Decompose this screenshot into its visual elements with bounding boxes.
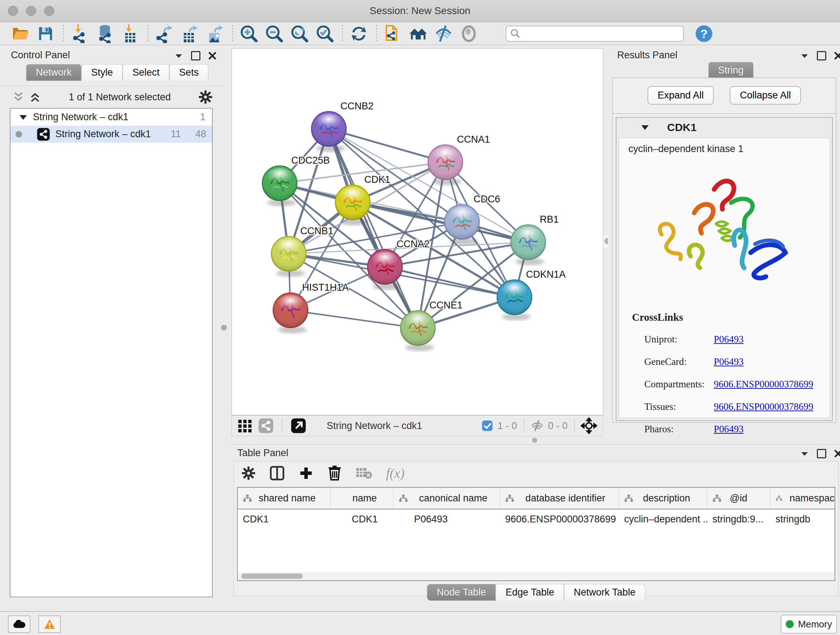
help-icon[interactable]: ? xyxy=(694,24,714,43)
maximize-window-button[interactable] xyxy=(44,6,54,16)
open-in-window-icon[interactable] xyxy=(291,418,306,434)
split-columns-icon[interactable] xyxy=(270,466,285,481)
float-panel-icon[interactable] xyxy=(817,51,826,60)
gear-icon[interactable] xyxy=(241,466,256,480)
cloud-button[interactable] xyxy=(8,616,30,633)
minimize-window-button[interactable] xyxy=(26,6,36,16)
network-graph[interactable]: CCNB2CCNA1CDC25BCDK1CDC6RB1CCNB1CCNA2CDK… xyxy=(232,49,603,415)
column-header[interactable]: shared name xyxy=(238,488,331,509)
control-panel-tabs: NetworkStyleSelectSets xyxy=(26,64,208,81)
node-table: shared name name canonical name database… xyxy=(237,487,835,581)
network-node[interactable] xyxy=(428,145,463,185)
close-panel-icon[interactable] xyxy=(208,52,216,60)
open-folder-icon[interactable] xyxy=(10,24,30,43)
collapse-card-icon[interactable] xyxy=(640,124,650,131)
import-table-icon[interactable] xyxy=(120,24,141,43)
tab-network[interactable]: Network xyxy=(26,64,81,81)
tab-sets[interactable]: Sets xyxy=(169,64,208,81)
network-node[interactable] xyxy=(368,249,402,290)
search-input[interactable] xyxy=(521,28,674,39)
panel-menu-icon[interactable] xyxy=(174,52,183,59)
warning-button[interactable] xyxy=(38,616,61,633)
network-node[interactable] xyxy=(273,293,308,333)
delete-table-icon[interactable] xyxy=(355,466,372,480)
zoom-in-icon[interactable] xyxy=(239,24,259,43)
selected-checkbox[interactable] xyxy=(482,420,493,432)
memory-button[interactable]: Memory xyxy=(781,615,837,633)
network-node[interactable] xyxy=(271,236,306,277)
compartments-link[interactable]: 9606.ENSP00000378699 xyxy=(714,379,813,390)
tab-network-table[interactable]: Network Table xyxy=(564,584,645,600)
float-panel-icon[interactable] xyxy=(817,449,826,458)
network-node[interactable] xyxy=(401,310,435,351)
close-window-button[interactable] xyxy=(8,6,18,16)
zoom-fit-icon[interactable] xyxy=(289,24,309,43)
gear-icon[interactable] xyxy=(198,90,213,104)
protein-card-header[interactable]: CDK1 xyxy=(616,118,832,137)
network-collection-row[interactable]: String Network – cdk1 1 xyxy=(11,109,212,126)
network-canvas[interactable]: CCNB2CCNA1CDC25BCDK1CDC6RB1CCNB1CCNA2CDK… xyxy=(232,48,603,415)
network-edge[interactable] xyxy=(291,310,418,328)
copy-document-icon[interactable] xyxy=(383,24,403,43)
export-network-icon[interactable] xyxy=(154,24,174,43)
network-node[interactable] xyxy=(497,280,532,320)
export-image-icon[interactable] xyxy=(205,24,225,43)
column-header[interactable]: description xyxy=(619,488,707,509)
table-hscrollbar[interactable] xyxy=(238,572,835,580)
network-row-selected[interactable]: String Network – cdk1 11 48 xyxy=(11,126,212,143)
birdseye-icon[interactable] xyxy=(581,417,597,434)
column-header[interactable]: @id xyxy=(707,488,770,509)
table-row[interactable]: CDK1 CDK1 P06493 9606.ENSP00000378699 cy… xyxy=(238,509,835,529)
column-header[interactable]: namespac xyxy=(771,488,835,509)
refresh-icon[interactable] xyxy=(349,24,369,43)
left-splitter-handle[interactable] xyxy=(221,325,227,331)
tissues-link[interactable]: 9606.ENSP00000378699 xyxy=(714,401,813,412)
network-node[interactable] xyxy=(511,225,546,265)
bottom-splitter-handle[interactable] xyxy=(532,438,537,443)
column-header[interactable]: name xyxy=(331,488,393,509)
column-header[interactable]: database identifier xyxy=(500,488,619,509)
homes-icon[interactable] xyxy=(408,24,428,43)
zoom-selected-icon[interactable] xyxy=(315,24,335,43)
delete-column-icon[interactable] xyxy=(327,465,342,481)
network-edge[interactable] xyxy=(329,129,418,328)
table-tabs: Node TableEdge TableNetwork Table xyxy=(234,584,838,600)
float-panel-icon[interactable] xyxy=(191,51,201,60)
pharos-link[interactable]: P06493 xyxy=(714,424,744,434)
scrollbar-thumb[interactable] xyxy=(241,573,303,579)
network-node[interactable] xyxy=(262,166,297,206)
expand-all-button[interactable]: Expand All xyxy=(647,86,714,105)
collapse-all-button[interactable]: Collapse All xyxy=(729,86,801,105)
close-panel-icon[interactable] xyxy=(834,450,840,458)
close-panel-icon[interactable] xyxy=(834,52,840,60)
hide-eye-icon[interactable] xyxy=(433,24,454,43)
panel-menu-icon[interactable] xyxy=(800,450,809,457)
column-header[interactable]: canonical name xyxy=(393,488,500,509)
genecard-link[interactable]: P06493 xyxy=(714,356,744,367)
export-table-icon[interactable] xyxy=(180,24,200,43)
tab-node-table[interactable]: Node Table xyxy=(427,584,496,600)
tab-string[interactable]: String xyxy=(708,62,753,79)
grid-icon[interactable] xyxy=(237,418,253,434)
tab-style[interactable]: Style xyxy=(81,64,123,81)
collapse-all-icon[interactable] xyxy=(12,92,25,103)
network-node[interactable] xyxy=(311,111,346,152)
search-box[interactable] xyxy=(506,26,684,42)
add-column-icon[interactable] xyxy=(298,466,314,481)
tree-expander-icon[interactable] xyxy=(19,114,28,121)
panel-menu-icon[interactable] xyxy=(800,52,809,59)
network-node[interactable] xyxy=(335,185,370,226)
zoom-out-icon[interactable] xyxy=(264,24,284,43)
expand-all-icon[interactable] xyxy=(29,92,41,103)
toolbar-separator xyxy=(63,25,64,42)
tab-select[interactable]: Select xyxy=(123,64,169,81)
import-network-icon[interactable] xyxy=(69,24,90,43)
show-eye-icon[interactable] xyxy=(459,24,479,43)
share-icon[interactable] xyxy=(258,418,274,434)
uniprot-link[interactable]: P06493 xyxy=(714,334,744,345)
network-edge[interactable] xyxy=(385,267,515,297)
crosslink-label: Tissues: xyxy=(644,395,704,418)
tab-edge-table[interactable]: Edge Table xyxy=(496,584,564,600)
import-database-icon[interactable] xyxy=(95,24,115,43)
save-icon[interactable] xyxy=(35,24,56,43)
